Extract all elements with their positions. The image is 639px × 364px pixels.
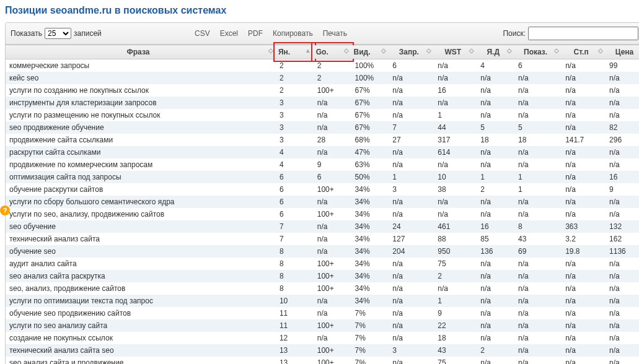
cell-stp: n/a xyxy=(562,208,606,220)
cell-pokaz: n/a xyxy=(514,208,562,220)
table-row[interactable]: технический анализ сайта seo13100+7%3432… xyxy=(6,344,639,357)
col-yad[interactable]: Я.Д◇ xyxy=(477,45,514,59)
table-row[interactable]: аудит анализ сайта8100+34%n/a75n/an/an/a… xyxy=(6,258,639,270)
export-pdf-button[interactable]: PDF xyxy=(244,27,267,40)
table-row[interactable]: услуги по seo анализу сайта11100+7%n/a22… xyxy=(6,319,639,332)
cell-zapr: n/a xyxy=(389,97,434,109)
cell-go: 100+ xyxy=(314,282,351,295)
cell-go: 28 xyxy=(314,134,351,146)
cell-yad: n/a xyxy=(477,332,514,344)
cell-yad: n/a xyxy=(477,72,514,84)
cell-stp: 141.7 xyxy=(562,134,606,146)
cell-stp: n/a xyxy=(562,171,606,183)
table-row[interactable]: создание не покупных ссылок12n/a7%n/a18n… xyxy=(6,332,639,344)
col-zapr[interactable]: Запр.◇ xyxy=(389,45,434,59)
cell-pokaz: n/a xyxy=(514,295,562,307)
col-go[interactable]: Go.◇ xyxy=(314,45,351,59)
cell-phrase: коммерческие запросы xyxy=(6,59,276,72)
table-row[interactable]: seo, анализ, продвижение сайтов8100+34%n… xyxy=(6,282,639,295)
col-price-label: Цена xyxy=(615,48,634,56)
cell-zapr: n/a xyxy=(389,158,434,171)
entries-label: записей xyxy=(74,29,102,38)
cell-go: 2 xyxy=(314,59,351,72)
table-row[interactable]: услуги по seo, анализу, продвижению сайт… xyxy=(6,208,639,220)
cell-stp: n/a xyxy=(562,109,606,121)
cell-phrase: услуги по seo, анализу, продвижению сайт… xyxy=(6,208,276,220)
col-phrase[interactable]: Фраза◇ xyxy=(6,45,276,59)
cell-pokaz: n/a xyxy=(514,97,562,109)
cell-yad: n/a xyxy=(477,295,514,307)
table-row[interactable]: продвижение по коммерческим запросам4963… xyxy=(6,158,639,171)
table-row[interactable]: обучение раскрутки сайтов6100+34%33821n/… xyxy=(6,183,639,196)
cell-yan: 3 xyxy=(276,109,314,121)
sort-icon: ◇ xyxy=(507,48,512,54)
cell-pokaz: n/a xyxy=(514,72,562,84)
table-row[interactable]: seo анализ сайта и продвижение13100+7%n/… xyxy=(6,357,639,364)
table-row[interactable]: коммерческие запросы22100%6n/a46n/a99 xyxy=(6,59,639,72)
table-row[interactable]: раскрутки сайта ссылками4n/a47%n/a614n/a… xyxy=(6,146,639,158)
cell-stp: n/a xyxy=(562,121,606,134)
cell-vid: 7% xyxy=(351,332,389,344)
search-input[interactable] xyxy=(528,27,638,40)
export-buttons: CSV Excel PDF Копировать Печать xyxy=(190,27,351,40)
export-print-button[interactable]: Печать xyxy=(319,27,351,40)
cell-stp: n/a xyxy=(562,146,606,158)
cell-zapr: 7 xyxy=(389,121,434,134)
cell-stp: n/a xyxy=(562,97,606,109)
table-row[interactable]: кейс seo22100%n/an/an/an/an/an/a xyxy=(6,72,639,84)
cell-yan: 12 xyxy=(276,332,314,344)
sort-icon: ◇ xyxy=(268,48,273,54)
cell-wst: n/a xyxy=(434,97,477,109)
toolbar: Показать 102550100 записей CSV Excel PDF… xyxy=(6,23,639,45)
table-row[interactable]: обучение seo продвижению сайтов11n/a7%n/… xyxy=(6,307,639,319)
col-wst[interactable]: WST◇ xyxy=(434,45,477,59)
table-row[interactable]: seo продвижение обучение3n/a67%74455n/a8… xyxy=(6,121,639,134)
table-row[interactable]: технический анализ сайта7n/a34%127888543… xyxy=(6,233,639,245)
col-pokaz-label: Показ. xyxy=(524,48,547,56)
table-row[interactable]: seo обучение7n/a34%24461168363132 xyxy=(6,220,639,233)
export-excel-button[interactable]: Excel xyxy=(216,27,242,40)
table-row[interactable]: услуги по размещению не покупных ссылок3… xyxy=(6,109,639,121)
export-copy-button[interactable]: Копировать xyxy=(268,27,317,40)
cell-zapr: 3 xyxy=(389,183,434,196)
cell-pokaz: 43 xyxy=(514,233,562,245)
table-row[interactable]: услуги по оптимизации текста под запрос1… xyxy=(6,295,639,307)
cell-pokaz: n/a xyxy=(514,270,562,282)
cell-price: n/a xyxy=(606,72,639,84)
col-vid[interactable]: Вид.◇ xyxy=(351,45,389,59)
cell-yan: 13 xyxy=(276,357,314,364)
cell-wst: 1 xyxy=(434,109,477,121)
cell-yan: 8 xyxy=(276,270,314,282)
cell-go: n/a xyxy=(314,295,351,307)
col-yan[interactable]: Ян.▲ xyxy=(276,45,314,59)
cell-zapr: n/a xyxy=(389,146,434,158)
cell-yad: n/a xyxy=(477,158,514,171)
cell-yad: 5 xyxy=(477,121,514,134)
col-pokaz[interactable]: Показ.◇ xyxy=(514,45,562,59)
col-go-label: Go. xyxy=(316,48,328,56)
col-stp[interactable]: Ст.п◇ xyxy=(562,45,606,59)
cell-wst: 22 xyxy=(434,319,477,332)
table-row[interactable]: инструменты для кластеризации запросов3n… xyxy=(6,97,639,109)
table-row[interactable]: обучение seo8n/a34%2049501366919.81136 xyxy=(6,245,639,258)
cell-zapr: n/a xyxy=(389,258,434,270)
col-wst-label: WST xyxy=(444,48,461,56)
cell-yan: 8 xyxy=(276,245,314,258)
help-icon[interactable]: ? xyxy=(0,206,10,215)
col-price[interactable]: Цена xyxy=(606,45,639,59)
cell-vid: 67% xyxy=(351,84,389,97)
cell-vid: 34% xyxy=(351,196,389,208)
cell-stp: n/a xyxy=(562,307,606,319)
table-row[interactable]: оптимизация сайта под запросы6650%11011n… xyxy=(6,171,639,183)
cell-pokaz: n/a xyxy=(514,332,562,344)
page-size-select[interactable]: 102550100 xyxy=(45,28,71,39)
table-row[interactable]: seo анализ сайта раскрутка8100+34%n/a2n/… xyxy=(6,270,639,282)
table-row[interactable]: продвижение сайта ссылками32868%27317181… xyxy=(6,134,639,146)
table-row[interactable]: услуги по сбору большого семантического … xyxy=(6,196,639,208)
cell-yan: 8 xyxy=(276,258,314,270)
cell-phrase: продвижение по коммерческим запросам xyxy=(6,158,276,171)
cell-zapr: 24 xyxy=(389,220,434,233)
cell-wst: 2 xyxy=(434,270,477,282)
table-row[interactable]: услуги по созданию не покупных ссылок210… xyxy=(6,84,639,97)
export-csv-button[interactable]: CSV xyxy=(190,27,214,40)
